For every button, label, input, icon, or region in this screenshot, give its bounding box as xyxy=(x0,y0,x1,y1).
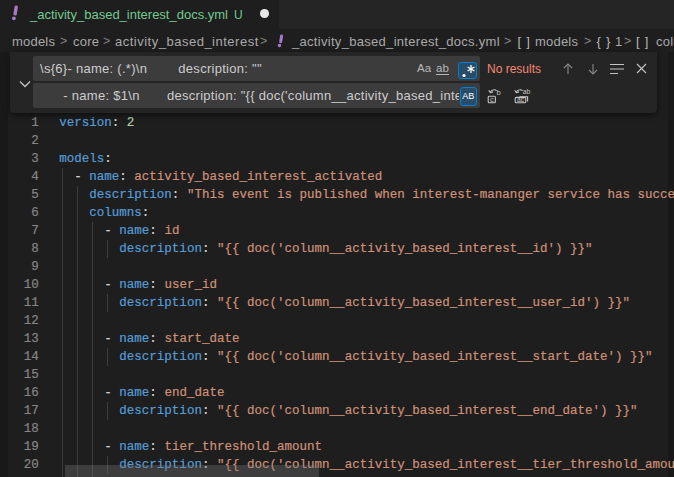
svg-text:ab: ab xyxy=(523,88,531,95)
svg-text:c: c xyxy=(490,94,494,103)
svg-text:b: b xyxy=(497,88,501,97)
svg-text:ac: ac xyxy=(517,96,525,103)
